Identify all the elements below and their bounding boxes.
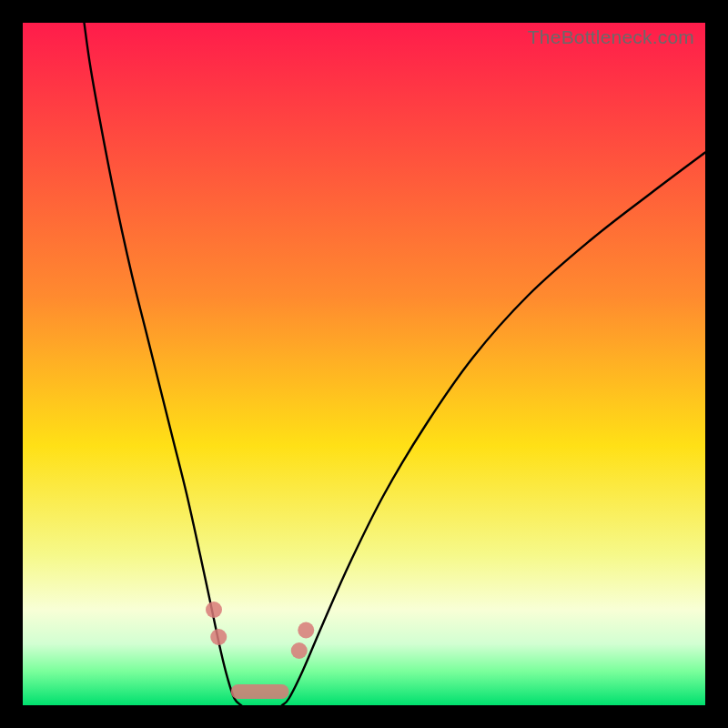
markers-group bbox=[206, 602, 314, 699]
plot-area: TheBottleneck.com bbox=[23, 23, 705, 705]
watermark-text: TheBottleneck.com bbox=[528, 26, 694, 48]
chart-frame: TheBottleneck.com bbox=[0, 0, 728, 728]
marker-floor-bar bbox=[231, 684, 289, 699]
marker-left-dot-0 bbox=[206, 602, 222, 618]
marker-left-dot-1 bbox=[210, 629, 227, 645]
marker-right-dot-1 bbox=[298, 622, 314, 639]
right-curve bbox=[281, 153, 705, 706]
curves-layer bbox=[23, 23, 705, 705]
marker-right-dot-0 bbox=[291, 642, 308, 659]
